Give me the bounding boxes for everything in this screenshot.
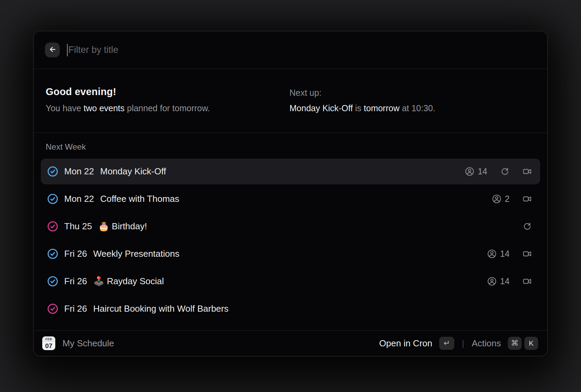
event-row[interactable]: Mon 22 Coffee with Thomas 2 — [41, 186, 540, 212]
event-date: Mon 22 — [64, 194, 94, 204]
calendar-icon: FEB 07 — [42, 336, 55, 350]
check-circle-icon[interactable] — [47, 249, 58, 259]
next-up-summary: Monday Kick-Off is tomorrow at 10:30. — [289, 103, 435, 113]
recurring-icon — [500, 167, 510, 176]
attendees-icon — [487, 249, 497, 258]
greeting-summary: You have two events planned for tomorrow… — [46, 103, 210, 113]
event-date: Fri 26 — [64, 276, 87, 287]
schedule-label: My Schedule — [62, 338, 114, 349]
next-up-label: Next up: — [289, 88, 435, 98]
k-keycap: K — [524, 337, 538, 350]
event-title: Haircut Booking with Wolf Barbers — [93, 303, 532, 314]
attendee-count: 2 — [505, 194, 510, 204]
search-bar — [34, 31, 547, 69]
open-in-cron-button[interactable]: Open in Cron — [379, 338, 432, 349]
greeting-section: Good evening! You have two events planne… — [34, 69, 547, 133]
command-icon: ⌘ — [511, 339, 519, 348]
attendees-icon — [487, 277, 497, 286]
check-circle-icon[interactable] — [47, 194, 58, 204]
greeting-title: Good evening! — [46, 86, 210, 97]
attendees-group: 14 — [465, 166, 487, 176]
text-caret — [67, 44, 68, 56]
cmd-keycap: ⌘ — [508, 337, 522, 350]
calendar-icon-day: 07 — [45, 342, 52, 350]
event-title: 🎂 Birthday! — [98, 221, 523, 232]
attendees-group: 14 — [487, 249, 510, 259]
video-camera-icon — [523, 167, 532, 176]
event-date: Fri 26 — [64, 249, 87, 259]
check-circle-icon[interactable] — [47, 276, 58, 287]
attendees-icon — [465, 167, 474, 176]
check-circle-icon[interactable] — [47, 166, 58, 177]
attendees-group: 14 — [487, 276, 510, 286]
section-label: Next Week — [46, 142, 540, 152]
event-title: Monday Kick-Off — [100, 166, 465, 177]
footer-divider: | — [462, 338, 464, 349]
event-row[interactable]: Fri 26 Haircut Booking with Wolf Barbers — [41, 296, 540, 322]
event-date: Fri 26 — [64, 303, 87, 314]
video-camera-icon — [523, 277, 532, 286]
event-row[interactable]: Fri 26 🕹️ Rayday Social 14 — [41, 268, 540, 294]
event-title: 🕹️ Rayday Social — [93, 276, 487, 287]
event-title: Coffee with Thomas — [100, 194, 492, 204]
attendee-count: 14 — [478, 166, 487, 176]
check-circle-icon[interactable] — [47, 221, 58, 232]
actions-button[interactable]: Actions — [472, 338, 501, 349]
event-title: Weekly Presentations — [93, 249, 487, 259]
recurring-icon — [523, 222, 532, 231]
event-list: Mon 22 Monday Kick-Off 14 — [41, 159, 540, 322]
check-circle-icon[interactable] — [47, 303, 58, 314]
event-list-section: Next Week Mon 22 Monday Kick-Off 14 — [34, 133, 547, 330]
back-button[interactable] — [45, 43, 60, 57]
video-camera-icon — [523, 249, 532, 258]
arrow-left-icon — [48, 45, 57, 55]
event-date: Mon 22 — [64, 166, 94, 177]
event-row[interactable]: Fri 26 Weekly Presentations 14 — [41, 241, 540, 267]
video-camera-icon — [523, 194, 532, 204]
search-input[interactable] — [68, 45, 535, 55]
calendar-icon-month: FEB — [42, 336, 55, 342]
enter-keycap: ↵ — [439, 337, 454, 350]
footer-bar: FEB 07 My Schedule Open in Cron ↵ | Acti… — [34, 330, 547, 356]
event-row[interactable]: Mon 22 Monday Kick-Off 14 — [41, 159, 540, 184]
attendee-count: 14 — [500, 276, 510, 286]
command-palette: Good evening! You have two events planne… — [33, 31, 548, 356]
event-date: Thu 25 — [64, 221, 92, 232]
return-icon: ↵ — [444, 339, 450, 348]
event-row[interactable]: Thu 25 🎂 Birthday! — [41, 214, 540, 239]
attendees-icon — [492, 194, 501, 204]
attendees-group: 2 — [492, 194, 510, 204]
attendee-count: 14 — [500, 249, 510, 259]
